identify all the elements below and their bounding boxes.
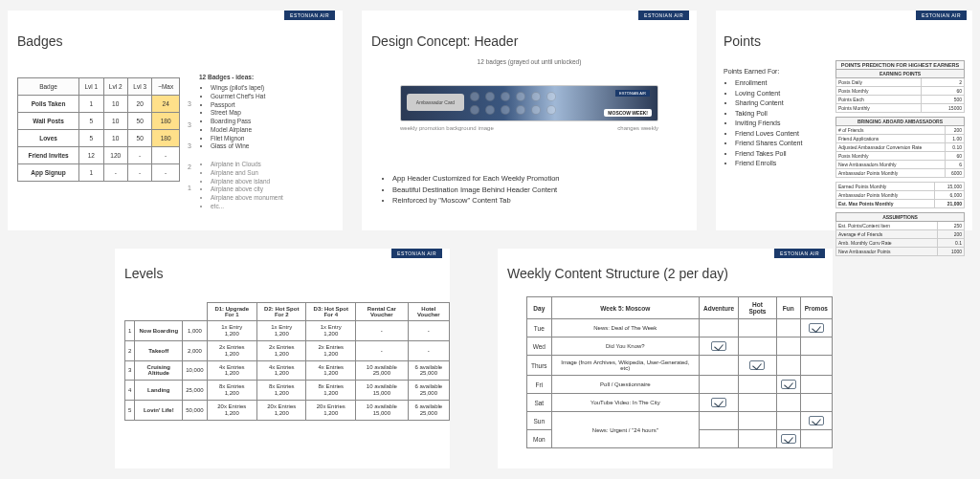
table-row: Friend Invites12120-- [18,147,180,164]
section-head: BRINGING ABOARD AMBASSADORS [836,118,965,126]
table-row: 4Landing25,0008x Entries1,2008x Entries1… [125,381,450,401]
points-prediction: POINTS PREDICTION FOR HIGHEST EARNERS EA… [835,60,965,256]
table-row: New Ambassador Points1000 [836,248,965,256]
brand-badge: ESTONIAN AIR [916,11,967,20]
list-item: Reinforced by "Moscow" Content Tab [392,195,560,206]
brand-badge: ESTONIAN AIR [774,249,825,258]
list-item: Gourmet Chef's Hat [211,93,343,101]
points-lead: Points Earned For: [724,68,829,75]
col-header [125,303,135,321]
list-item: App Header Customized for Each Weekly Pr… [392,173,560,184]
col-header: Rental Car Voucher [356,303,409,321]
table-row: Posts Monthly60 [836,152,965,161]
section-head: EARNING POINTS [836,70,965,78]
table-row: Amb. Monthly Conv Rate0.1 [836,239,965,248]
badges-table: BadgeLvl 1Lvl 2Lvl 3~Max Polls Taken1102… [17,77,180,182]
list-item: Taking Poll [735,109,829,120]
table-row: Adjusted Ambassador Conversion Rate0.10 [836,143,965,152]
badge-placeholder-icon [501,92,510,101]
check-icon [711,341,726,351]
table-row: # of Friends200 [836,126,965,135]
table-row: Est. Points/Content Item250 [836,222,965,230]
list-item: Wings (pilot's lapel) [211,84,343,93]
col-header [135,303,183,321]
table-row: TueNews: Deal of The Week [527,319,833,337]
col-header: D1: Upgrade For 1 [207,303,256,321]
check-icon [711,398,726,407]
slide-weekly: ESTONIAN AIR Weekly Content Structure (2… [498,249,833,468]
ideas-heading: 12 Badges - ideas: [199,74,343,80]
ambassador-card: Ambassador Card [407,94,464,111]
table-row: 5Lovin' Life!50,00020x Entries1,20020x E… [125,401,450,421]
header-mockup: Ambassador Card ESTONIAN AIR MOSCOW WEEK… [400,85,658,121]
table-row: Points Each500 [836,96,965,104]
side-count: 1 [188,185,191,191]
list-item: Airplane above monument [211,194,343,203]
col-header: Lvl 2 [103,78,127,96]
list-item: Passport [211,101,343,110]
table-row: New Ambassadors Monthly6 [836,161,965,169]
list-item: Street Map [211,109,343,118]
badge-placeholder-icon [516,105,525,115]
badge-placeholder-icon [546,105,556,115]
col-header: Adventure [699,297,738,319]
slide-levels: ESTONIAN AIR Levels D1: Upgrade For 1D2:… [115,249,450,468]
col-header: Hot Spots [739,297,777,319]
check-icon [749,360,765,370]
list-item: Sharing Content [735,98,829,109]
badges-ideas: 12 Badges - ideas: Wings (pilot's lapel)… [199,74,343,211]
caption-top: 12 badges (grayed out until unlocked) [362,58,697,65]
note-right: changes weekly [617,125,658,131]
col-header: Day [527,297,552,319]
check-icon [781,434,796,444]
badge-placeholder-icon [470,105,479,115]
list-item: Inviting Friends [735,119,829,129]
col-header: Badge [18,78,79,96]
side-count: 3 [188,100,191,107]
col-header: D3: Hot Spot For 4 [306,303,356,321]
table-row: SatYouTube Video: In The City [527,394,833,412]
list-item: Friend Loves Content [735,129,829,140]
col-header: D2: Hot Spot For 2 [256,303,306,321]
prediction-title: POINTS PREDICTION FOR HIGHEST EARNERS [835,60,965,69]
page-title: Weekly Content Structure (2 per day) [507,266,833,281]
table-row: Posts Monthly60 [836,87,965,96]
list-item: Friend Shares Content [735,139,829,149]
table-row: 3Cruising Altitude10,0004x Entries1,2004… [125,360,450,381]
badge-placeholder-icon [485,105,495,115]
list-item: Airplane above city [211,185,343,194]
moscow-week-label: MOSCOW WEEK! [604,109,652,117]
badge-placeholder-icon [516,92,525,101]
page-title: Badges [17,33,343,49]
table-row: Friend Applications1.00 [836,135,965,143]
check-icon [809,323,824,333]
side-count: 3 [188,121,191,128]
brand-badge: ESTONIAN AIR [284,11,335,20]
page-title: Levels [124,266,450,281]
table-row: Wall Posts51050180 [18,113,180,130]
side-count: 3 [188,142,191,149]
list-item: Friend Takes Poll [735,149,829,160]
brand-badge: ESTONIAN AIR [391,249,442,258]
list-item: etc... [211,203,343,211]
list-item: Airplane above island [211,178,343,186]
brand-badge: ESTONIAN AIR [638,11,689,20]
list-item: Beautiful Destination Image Behind Heade… [392,185,560,195]
badge-placeholder-icon [485,92,495,101]
col-header: Lvl 3 [127,78,151,96]
slide-badges: ESTONIAN AIR Badges BadgeLvl 1Lvl 2Lvl 3… [8,11,343,230]
table-row: Polls Taken1102024 [18,96,180,113]
weekly-table: DayWeek 5: MoscowAdventureHot SpotsFunPr… [526,296,833,448]
badge-placeholder-icon [470,92,479,101]
list-item: Boarding Pass [211,118,343,126]
col-header: ~Max [152,78,180,96]
list-item: Enrollment [735,78,829,89]
table-row: Points Monthly15000 [836,104,965,113]
slide-design: ESTONIAN AIR Design Concept: Header 12 b… [362,11,697,230]
section-head: ASSUMPTIONS [836,213,965,222]
badge-placeholder-icon [531,105,541,115]
col-header: Lvl 1 [79,78,103,96]
list-item: Airplane in Clouds [211,161,343,169]
table-row: ThursImage (from Archives, Wikipedia, Us… [527,356,833,376]
design-bullets: App Header Customized for Each Weekly Pr… [381,173,560,206]
